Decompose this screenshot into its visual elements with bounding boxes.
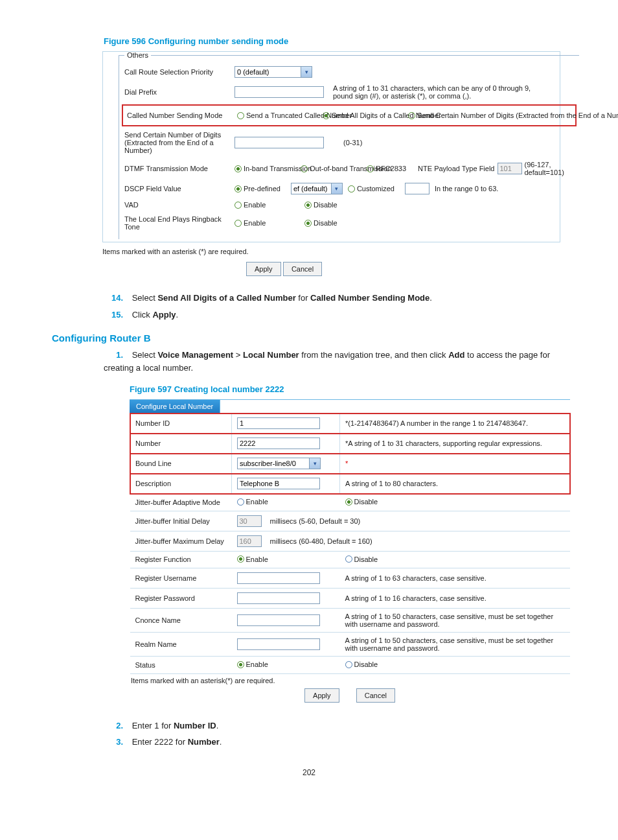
- vad-row: VAD Enable Disable: [124, 198, 574, 212]
- reg-user-label: Register Username: [130, 568, 232, 589]
- step-2: 2. Enter 1 for Number ID.: [104, 719, 566, 732]
- step-15: 15. Click Apply.: [104, 309, 566, 321]
- step-1-b3: Add: [448, 350, 464, 360]
- chevron-down-icon[interactable]: ▾: [331, 183, 343, 194]
- reg-user-input[interactable]: [237, 572, 320, 584]
- number-input[interactable]: [237, 438, 320, 449]
- radio-regfunc-disable-label: Disable: [354, 555, 378, 563]
- dtmf-row: DTMF Transmission Mode In-band Transmiss…: [124, 158, 574, 180]
- dscp-custom-input[interactable]: [405, 183, 429, 194]
- radio-jitter-disable[interactable]: Disable: [345, 498, 378, 506]
- dial-prefix-hint: A string of 1 to 31 characters, which ca…: [333, 84, 540, 100]
- step-3: 3. Enter 2222 for Number.: [104, 736, 566, 749]
- cnonce-hint: A string of 1 to 50 characters, case sen…: [345, 612, 554, 628]
- called-number-mode-label: Called Number Sending Mode: [127, 111, 237, 119]
- step-1-num: 1.: [104, 349, 123, 362]
- dial-prefix-row: Dial Prefix A string of 1 to 31 characte…: [124, 81, 574, 103]
- jitter-max-hint: millisecs (60-480, Default = 160): [270, 537, 372, 545]
- reg-pass-input[interactable]: [237, 592, 320, 604]
- step-1-b2: Local Number: [243, 350, 299, 360]
- number-hint: *A string of 1 to 31 characters, support…: [345, 439, 542, 447]
- radio-status-disable[interactable]: Disable: [345, 660, 378, 668]
- jitter-initial-label: Jitter-buffer Initial Delay: [130, 511, 232, 531]
- bound-line-label: Bound Line: [130, 454, 232, 474]
- radio-regfunc-enable[interactable]: Enable: [237, 555, 268, 563]
- ringback-label: The Local End Plays Ringback Tone: [124, 215, 235, 231]
- radio-truncated-label: Send a Truncated Called Number: [246, 111, 317, 119]
- radio-all-digits-label: Send All Digits of a Called Number: [332, 111, 403, 119]
- cancel-button[interactable]: Cancel: [283, 262, 322, 276]
- radio-outofband[interactable]: Out-of-band Transmission: [301, 165, 361, 172]
- apply-button[interactable]: Apply: [304, 688, 339, 703]
- configure-local-number-tab[interactable]: Configure Local Number: [130, 400, 220, 413]
- radio-regfunc-disable[interactable]: Disable: [345, 555, 378, 563]
- send-certain-input[interactable]: [235, 137, 324, 148]
- step-1-gt: >: [233, 350, 243, 360]
- call-route-row: Call Route Selection Priority ▾: [124, 63, 574, 81]
- realm-input[interactable]: [237, 638, 320, 650]
- send-certain-label: Send Certain Number of Digits (Extracted…: [124, 131, 235, 154]
- radio-vad-enable-label: Enable: [244, 201, 266, 209]
- dial-prefix-label: Dial Prefix: [124, 88, 235, 96]
- ringback-row: The Local End Plays Ringback Tone Enable…: [124, 212, 574, 234]
- jitter-initial-input[interactable]: [237, 515, 262, 527]
- radio-certain-digits[interactable]: Send Certain Number of Digits (Extracted…: [408, 111, 566, 119]
- radio-vad-enable[interactable]: Enable: [235, 201, 299, 209]
- radio-status-enable-label: Enable: [246, 660, 268, 668]
- radio-customized[interactable]: Customized: [348, 185, 395, 192]
- dscp-ef-select[interactable]: [291, 183, 332, 194]
- figure-597-note: Items marked with an asterisk(*) are req…: [130, 674, 570, 684]
- radio-certain-digits-label: Send Certain Number of Digits (Extracted…: [417, 111, 566, 119]
- jitter-adaptive-label: Jitter-buffer Adaptive Mode: [130, 494, 232, 511]
- nte-hint: (96-127, default=101): [525, 161, 570, 176]
- radio-ringback-enable[interactable]: Enable: [235, 219, 299, 227]
- radio-customized-label: Customized: [357, 185, 395, 192]
- radio-predefined-label: Pre-defined: [244, 185, 280, 192]
- number-id-input[interactable]: [237, 417, 320, 429]
- radio-ringback-disable[interactable]: Disable: [304, 219, 338, 227]
- cnonce-input[interactable]: [237, 614, 320, 626]
- step-3-pre: Enter 2222 for: [132, 737, 188, 747]
- radio-all-digits[interactable]: Send All Digits of a Called Number: [323, 111, 403, 119]
- reg-user-hint: A string of 1 to 63 characters, case sen…: [345, 574, 486, 582]
- step-15-tail: .: [176, 310, 179, 320]
- figure-596-note: Items marked with an asterisk (*) are re…: [102, 246, 566, 259]
- call-route-select[interactable]: [235, 66, 301, 78]
- description-input[interactable]: [237, 478, 320, 489]
- chevron-down-icon[interactable]: ▾: [301, 66, 312, 78]
- reg-pass-hint: A string of 1 to 16 characters, case sen…: [345, 594, 486, 602]
- step-1: 1. Select Voice Management > Local Numbe…: [104, 349, 566, 374]
- apply-button[interactable]: Apply: [246, 262, 281, 276]
- description-hint: A string of 1 to 80 characters.: [345, 480, 438, 487]
- page-number: 202: [52, 768, 566, 777]
- figure-596-panel: Others Call Route Selection Priority ▾ D…: [102, 51, 560, 242]
- radio-status-enable[interactable]: Enable: [237, 660, 268, 668]
- step-15-text: Click: [132, 310, 153, 320]
- step-14: 14. Select Send All Digits of a Called N…: [104, 292, 566, 305]
- bound-line-select[interactable]: [237, 458, 310, 469]
- cancel-button[interactable]: Cancel: [356, 688, 395, 703]
- radio-outofband-label: Out-of-band Transmission: [310, 165, 361, 172]
- chevron-down-icon[interactable]: ▾: [309, 458, 321, 469]
- step-14-mid: for: [296, 293, 310, 303]
- radio-vad-disable[interactable]: Disable: [304, 201, 338, 209]
- dial-prefix-input[interactable]: [235, 86, 324, 98]
- jitter-max-input[interactable]: [237, 535, 262, 547]
- step-14-num: 14.: [104, 292, 123, 305]
- step-1-b1: Voice Management: [157, 350, 233, 360]
- number-id-label: Number ID: [130, 414, 232, 434]
- radio-rfc2833[interactable]: RFC2833: [367, 165, 406, 172]
- description-label: Description: [130, 474, 232, 494]
- radio-jitter-enable[interactable]: Enable: [237, 498, 268, 506]
- number-id-hint: *(1-2147483647) A number in the range 1 …: [345, 419, 528, 427]
- reg-func-label: Register Function: [130, 551, 232, 568]
- dscp-row: DSCP Field Value Pre-defined ▾ Customize…: [124, 180, 574, 198]
- figure-597-caption: Figure 597 Creating local number 2222: [52, 384, 566, 394]
- step-15-b1: Apply: [152, 310, 176, 320]
- reg-pass-label: Register Password: [130, 589, 232, 609]
- radio-ringback-enable-label: Enable: [244, 219, 266, 227]
- nte-input[interactable]: [498, 163, 522, 174]
- radio-inband[interactable]: In-band Transmission: [235, 165, 295, 172]
- radio-predefined[interactable]: Pre-defined: [235, 185, 280, 192]
- radio-truncated[interactable]: Send a Truncated Called Number: [237, 111, 317, 119]
